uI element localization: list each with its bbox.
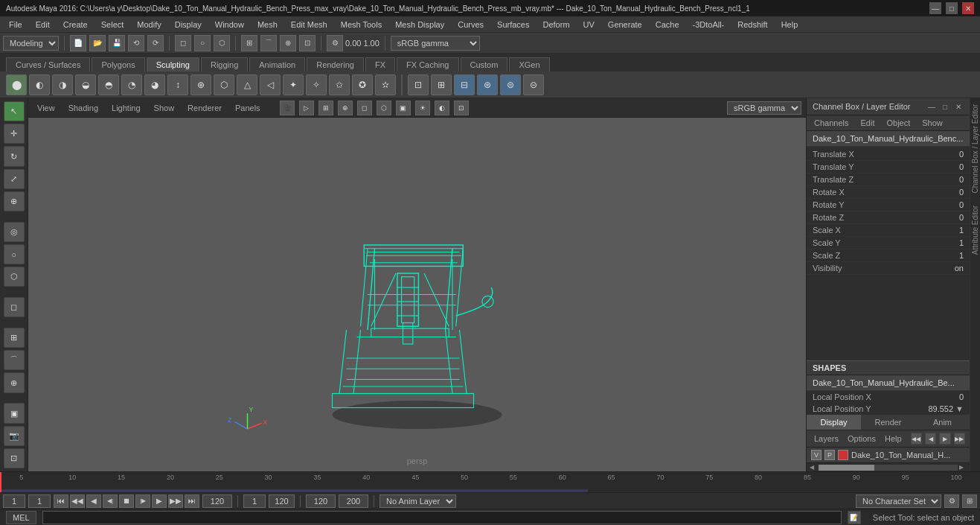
menu-deform[interactable]: Deform — [537, 19, 575, 31]
end-frame-input[interactable] — [202, 494, 232, 508]
sculpt-wax-btn[interactable]: ⬡ — [214, 74, 234, 95]
sculpt-pinch-btn[interactable]: ◒ — [75, 74, 96, 95]
vp-wire-btn[interactable]: ⬡ — [377, 101, 391, 115]
menu-surfaces[interactable]: Surfaces — [491, 19, 535, 31]
render-settings-btn[interactable]: ⚙ — [327, 35, 343, 51]
undo-btn[interactable]: ⟲ — [128, 35, 144, 51]
menu-curves[interactable]: Curves — [452, 19, 490, 31]
layers-menu[interactable]: Layers — [811, 433, 842, 445]
bottom-btn[interactable]: ⊡ — [4, 448, 25, 468]
snap-grid-btn[interactable]: ⊞ — [241, 35, 257, 51]
menu-mesh-tools[interactable]: Mesh Tools — [335, 19, 388, 31]
lasso-btn[interactable]: ○ — [194, 35, 211, 51]
universal-manip-btn[interactable]: ⊕ — [4, 191, 25, 211]
channel-box-tab[interactable]: Channel Box / Layer Editor — [970, 98, 980, 200]
gamma-selector[interactable]: sRGB gamma — [727, 101, 801, 115]
snap-curve-btn2[interactable]: ⌒ — [4, 350, 25, 370]
tab-sculpting[interactable]: Sculpting — [147, 57, 199, 71]
step-fwd-btn[interactable]: ▶▶ — [168, 494, 183, 508]
close-button[interactable]: ✕ — [962, 2, 974, 14]
sculpt-fill-btn[interactable]: ◁ — [260, 74, 281, 95]
sculpt-scrape-btn[interactable]: △ — [237, 74, 257, 95]
lasso-select-btn[interactable]: ○ — [4, 244, 25, 264]
sculpt-grab-btn[interactable]: ◐ — [29, 74, 50, 95]
move-tool-btn[interactable]: ✛ — [4, 124, 25, 144]
snap-point-btn[interactable]: ⊕ — [280, 35, 296, 51]
vp-render-btn[interactable]: ▷ — [299, 101, 314, 115]
scale-tool-btn[interactable]: ⤢ — [4, 169, 25, 189]
menu-select[interactable]: Select — [95, 19, 130, 31]
current-frame-input[interactable] — [3, 494, 25, 508]
sculpt-display-btn[interactable]: ⊞ — [431, 74, 452, 95]
vp-shadow-btn[interactable]: ◐ — [435, 101, 449, 115]
go-start-btn[interactable]: ⏮ — [54, 494, 68, 508]
sculpt-imprint-btn[interactable]: ⊕ — [190, 74, 211, 95]
layer-visible-toggle[interactable]: V — [811, 450, 822, 460]
range-end-input[interactable] — [269, 494, 295, 508]
color-space-selector[interactable]: sRGB gamma — [391, 36, 480, 51]
sculpt-freeze-btn[interactable]: ✫ — [375, 74, 396, 95]
sculpt-repeat-btn[interactable]: ↕ — [167, 74, 188, 95]
sculpt-flatten-btn[interactable]: ◓ — [98, 74, 119, 95]
cb-close-btn[interactable]: ✕ — [953, 101, 964, 112]
paint-btn[interactable]: ⬡ — [214, 35, 230, 51]
prev-key-btn[interactable]: ◀| — [103, 494, 118, 508]
open-scene-btn[interactable]: 📂 — [89, 35, 106, 51]
show-manipulator-btn[interactable]: ◻ — [4, 297, 25, 317]
sculpt-symmetry-btn[interactable]: ⊟ — [454, 74, 475, 95]
snap-view-btn[interactable]: ⊡ — [299, 35, 316, 51]
sculpt-mask-btn[interactable]: ⊡ — [408, 74, 429, 95]
tab-display[interactable]: Display — [807, 415, 861, 430]
scroll-thumb[interactable] — [819, 465, 874, 471]
cb-minimize-btn[interactable]: — — [926, 101, 937, 112]
window-controls[interactable]: — □ ✕ — [929, 2, 974, 14]
soft-select-btn[interactable]: ◎ — [4, 222, 25, 242]
vp-light-btn[interactable]: ☀ — [415, 101, 430, 115]
vp-cam-btn[interactable]: 🎥 — [280, 101, 295, 115]
tab-custom[interactable]: Custom — [461, 57, 508, 71]
sculpt-options-btn[interactable]: ⊜ — [500, 74, 521, 95]
tab-curves-surfaces[interactable]: Curves / Surfaces — [6, 57, 90, 71]
menu-help[interactable]: Help — [775, 19, 804, 31]
vp-lighting-menu[interactable]: Lighting — [107, 102, 145, 114]
snap-grid-btn2[interactable]: ⊞ — [4, 328, 25, 348]
layer-nav-left-btn[interactable]: ◀◀ — [911, 433, 922, 445]
vp-show-menu[interactable]: Show — [150, 102, 179, 114]
layer-nav-prev-btn[interactable]: ◀ — [925, 433, 936, 445]
paint-select-btn[interactable]: ⬡ — [4, 267, 25, 287]
tab-render[interactable]: Render — [861, 415, 915, 430]
sculpt-amplify-btn[interactable]: ✪ — [352, 74, 373, 95]
menu-modify[interactable]: Modify — [131, 19, 167, 31]
layer-nav-right-btn[interactable]: ▶▶ — [954, 433, 965, 445]
next-key-btn[interactable]: |▶ — [135, 494, 150, 508]
tab-animation[interactable]: Animation — [249, 57, 305, 71]
sculpt-knife-btn[interactable]: ✦ — [283, 74, 304, 95]
command-line-input[interactable] — [42, 511, 842, 524]
scroll-left-btn[interactable]: ◀ — [810, 464, 817, 471]
tab-rigging[interactable]: Rigging — [201, 57, 248, 71]
tab-fx[interactable]: FX — [365, 57, 395, 71]
layer-nav-next-btn[interactable]: ▶ — [939, 433, 950, 445]
prev-frame-btn[interactable]: ◀ — [86, 494, 101, 508]
new-scene-btn[interactable]: 📄 — [70, 35, 86, 51]
maximize-button[interactable]: □ — [946, 2, 958, 14]
sculpt-spray-btn[interactable]: ◕ — [144, 74, 165, 95]
menu-mesh[interactable]: Mesh — [252, 19, 284, 31]
viewport-label-btn[interactable]: ▣ — [4, 403, 25, 423]
sculpt-foamy-btn[interactable]: ◔ — [121, 74, 142, 95]
vp-snap-btn[interactable]: ⊕ — [338, 101, 353, 115]
menu-mesh-display[interactable]: Mesh Display — [389, 19, 450, 31]
sculpt-bulge-btn[interactable]: ✩ — [329, 74, 350, 95]
menu-redshift[interactable]: Redshift — [731, 19, 773, 31]
save-scene-btn[interactable]: 💾 — [109, 35, 125, 51]
cb-show-menu[interactable]: Show — [919, 117, 946, 129]
menu-cache[interactable]: Cache — [650, 19, 685, 31]
vp-view-menu[interactable]: View — [33, 102, 60, 114]
sculpt-relax-btn[interactable]: ⬤ — [6, 74, 27, 95]
vp-grid-btn[interactable]: ⊞ — [318, 101, 333, 115]
sculpt-falloff-btn[interactable]: ⊛ — [477, 74, 498, 95]
cb-channels-menu[interactable]: Channels — [811, 117, 851, 129]
vp-shading-menu[interactable]: Shading — [64, 102, 103, 114]
start-frame-input[interactable] — [28, 494, 51, 508]
vp-renderer-menu[interactable]: Renderer — [183, 102, 226, 114]
